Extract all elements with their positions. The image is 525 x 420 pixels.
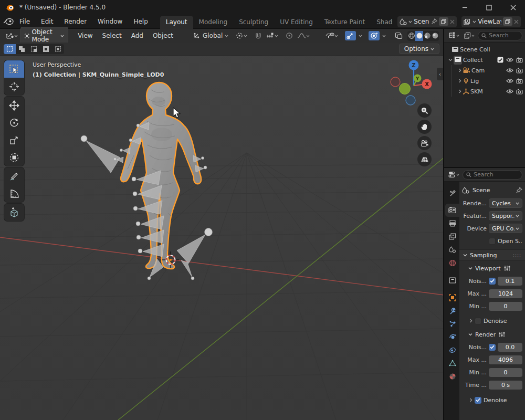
render-engine-dropdown[interactable]: Cycles: [489, 198, 522, 208]
outliner-display-mode-button[interactable]: [463, 31, 476, 40]
tab-tool[interactable]: [445, 186, 459, 200]
tab-shading[interactable]: Shad: [371, 16, 393, 29]
outliner-row-camera[interactable]: Cam: [444, 65, 525, 76]
tab-modifiers[interactable]: [445, 304, 459, 317]
shading-wireframe-button[interactable]: [407, 31, 415, 41]
gizmo-neg-z[interactable]: [406, 96, 415, 105]
menu-object[interactable]: Object: [149, 30, 177, 41]
outliner-search-input[interactable]: [489, 32, 519, 39]
feature-set-dropdown[interactable]: Suppor...: [489, 211, 522, 220]
scale-tool[interactable]: [4, 131, 24, 149]
unlink-scene-icon[interactable]: [450, 19, 455, 24]
menu-edit[interactable]: Edit: [36, 16, 58, 27]
gizmo-neg-x[interactable]: [391, 77, 400, 87]
select-mode-subtract-button[interactable]: [28, 44, 40, 54]
filter-sliders-icon[interactable]: [503, 265, 510, 271]
outliner-row-skm[interactable]: SKM: [444, 86, 525, 97]
noise-threshold-checkbox[interactable]: [489, 278, 496, 285]
time-limit-value[interactable]: 0 s: [489, 381, 522, 390]
editor-type-button[interactable]: [4, 31, 19, 40]
min-samples-value[interactable]: 0: [489, 302, 522, 311]
tab-particles[interactable]: [445, 317, 459, 330]
gizmos-toggle[interactable]: [345, 31, 356, 40]
disclosure-collapsed-icon[interactable]: [458, 89, 461, 93]
proportional-editing-toggle[interactable]: [284, 31, 295, 40]
render-denoise-checkbox[interactable]: [475, 397, 481, 404]
eye-icon[interactable]: [506, 57, 513, 62]
gizmos-dropdown[interactable]: [357, 34, 364, 38]
eye-icon[interactable]: [506, 78, 513, 83]
tab-material[interactable]: [445, 370, 459, 383]
select-box-tool[interactable]: [4, 60, 24, 78]
gizmo-neg-y[interactable]: [400, 83, 411, 94]
shading-rendered-button[interactable]: [431, 31, 439, 41]
viewport-denoise-row[interactable]: Denoise: [462, 316, 522, 326]
3d-scene[interactable]: [0, 43, 443, 420]
transform-orientation-dropdown[interactable]: Global: [191, 31, 230, 40]
properties-search-input[interactable]: [474, 171, 519, 178]
options-button[interactable]: Options: [399, 44, 439, 54]
shading-material-button[interactable]: [423, 31, 431, 41]
properties-editor-type-button[interactable]: [447, 170, 461, 179]
panel-drag-handle[interactable]: ::::: [513, 253, 521, 258]
tab-scene[interactable]: [445, 243, 459, 256]
minimize-button[interactable]: [453, 0, 477, 15]
noise-threshold-value[interactable]: 0.1: [498, 277, 522, 286]
tab-object-data[interactable]: [445, 356, 459, 370]
remove-view-layer-icon[interactable]: [514, 19, 519, 24]
disclosure-collapsed-icon[interactable]: [469, 319, 472, 323]
max-samples-value[interactable]: 1024: [489, 289, 522, 298]
noise-threshold-value[interactable]: 0.0: [498, 343, 522, 352]
menu-add[interactable]: Add: [127, 30, 148, 41]
snap-settings-dropdown[interactable]: [265, 32, 280, 40]
zoom-button[interactable]: [417, 103, 432, 118]
render-visibility-camera-icon[interactable]: [516, 78, 523, 84]
menu-render[interactable]: Render: [59, 16, 92, 27]
tab-collection[interactable]: [445, 274, 459, 287]
xray-toggle[interactable]: [393, 31, 404, 40]
noise-threshold-checkbox[interactable]: [489, 344, 496, 351]
menu-file[interactable]: File: [14, 16, 35, 27]
overlays-toggle[interactable]: [369, 31, 380, 40]
disclosure-collapsed-icon[interactable]: [469, 398, 472, 402]
orthographic-toggle-button[interactable]: [417, 152, 432, 166]
outliner-row-collection[interactable]: Collect: [444, 55, 525, 65]
cursor-tool[interactable]: [4, 78, 24, 95]
device-dropdown[interactable]: GPU Co...: [489, 224, 522, 233]
tab-physics[interactable]: [445, 330, 459, 343]
viewport-denoise-checkbox[interactable]: [475, 318, 481, 324]
render-subpanel-header[interactable]: Render: [462, 329, 522, 340]
sampling-panel-header[interactable]: Sampling ::::: [459, 249, 525, 261]
tab-world[interactable]: [445, 256, 459, 269]
select-mode-invert-button[interactable]: [40, 44, 52, 54]
view-layer-selector[interactable]: ViewLayer: [461, 16, 521, 27]
tab-view-layer[interactable]: [445, 230, 459, 243]
maximize-button[interactable]: [477, 0, 501, 15]
blender-menu-logo-icon[interactable]: [3, 18, 14, 25]
rotate-tool[interactable]: [4, 114, 24, 131]
pin-icon[interactable]: [431, 18, 437, 25]
disclosure-expanded-icon[interactable]: [448, 58, 453, 61]
render-visibility-camera-icon[interactable]: [516, 68, 523, 74]
filter-sliders-icon[interactable]: [498, 331, 505, 338]
eye-icon[interactable]: [506, 68, 513, 73]
outliner-row-light[interactable]: Lig: [444, 76, 525, 86]
disclosure-collapsed-icon[interactable]: [458, 79, 461, 83]
snap-toggle[interactable]: [253, 31, 264, 40]
navigation-gizmo[interactable]: Z Y X: [386, 56, 441, 113]
pin-icon[interactable]: [516, 187, 522, 194]
max-samples-value[interactable]: 4096: [489, 355, 522, 364]
disclosure-collapsed-icon[interactable]: [458, 68, 461, 72]
tab-object[interactable]: [445, 291, 459, 304]
render-visibility-camera-icon[interactable]: [516, 57, 523, 63]
viewport-subpanel-header[interactable]: Viewport: [462, 263, 522, 274]
visibility-dropdown[interactable]: [324, 31, 340, 40]
new-scene-button[interactable]: [439, 17, 448, 26]
shading-solid-button[interactable]: [415, 31, 423, 41]
sidebar-collapse-arrow[interactable]: ‹: [437, 68, 443, 80]
close-button[interactable]: [501, 0, 525, 15]
tab-output[interactable]: [445, 217, 459, 230]
overlays-dropdown[interactable]: [381, 34, 387, 38]
eye-icon[interactable]: [506, 89, 513, 94]
move-tool[interactable]: [4, 97, 24, 114]
